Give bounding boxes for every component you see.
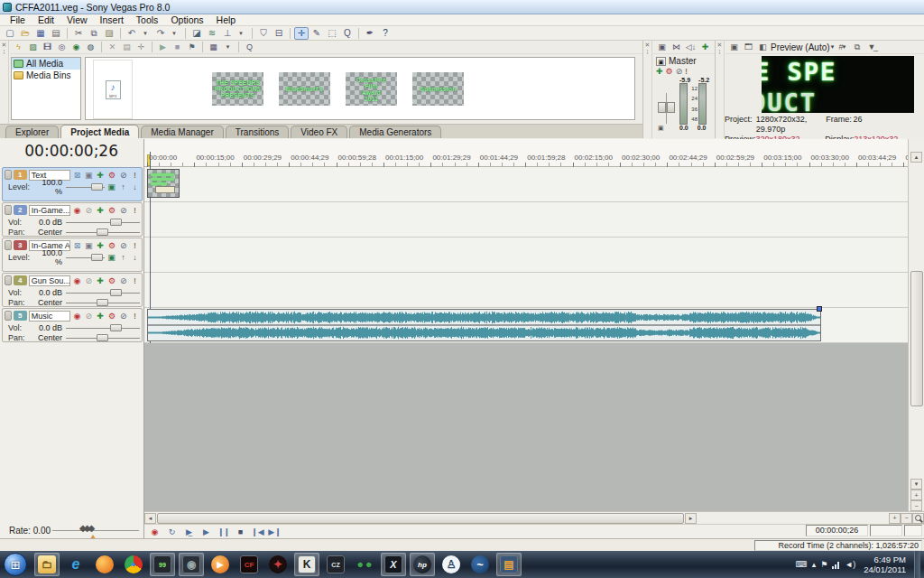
scroll-right-button[interactable]: ▸ (685, 513, 697, 524)
zoom-in-time-button[interactable]: + (889, 513, 901, 524)
vscroll-thumb[interactable] (910, 271, 923, 406)
track-vol-slider[interactable] (66, 289, 140, 296)
track-vol-slider[interactable] (66, 324, 140, 331)
tab-media-generators[interactable]: Media Generators (349, 126, 441, 138)
track-fx-icon[interactable]: ⚙ (107, 170, 117, 180)
timeline-row-gun-sou-[interactable] (144, 273, 908, 308)
solo-icon[interactable]: ! (130, 311, 140, 321)
panel-gripper[interactable]: ✕⁞ (716, 41, 725, 138)
fader-lock-icon[interactable]: ▣ (658, 125, 664, 132)
track-motion-icon[interactable]: ▣ (84, 170, 94, 180)
undo-icon[interactable]: ↶ (125, 27, 139, 40)
loop-playback-button[interactable]: ↻ (165, 526, 179, 537)
tab-transitions[interactable]: Transitions (226, 126, 290, 138)
stop-preview-icon[interactable]: ■ (171, 42, 184, 53)
go-to-start-button[interactable]: ❙◀ (251, 526, 264, 537)
clock[interactable]: 6:49 PM24/01/2011 (860, 555, 910, 574)
green-messenger-icon[interactable]: ☻☻ (352, 553, 377, 576)
network-icon[interactable] (832, 561, 840, 569)
compositing-child-icon[interactable]: ↓ (130, 182, 140, 191)
bus-properties-button[interactable]: ▣ (656, 57, 666, 66)
menu-view[interactable]: View (60, 14, 94, 25)
go-to-end-button[interactable]: ▶❙ (268, 526, 282, 537)
remove-media-icon[interactable]: ✕ (106, 42, 119, 53)
new-icon[interactable]: ▢ (3, 27, 17, 40)
red-game-icon[interactable]: ✦ (265, 553, 291, 576)
automation-icon[interactable]: ⊘ (84, 205, 94, 215)
firefox-icon[interactable] (92, 553, 117, 576)
cut-icon[interactable]: ✂ (71, 27, 86, 40)
media-item-audio[interactable]: ♪MP3 (93, 60, 133, 119)
track-gripper-icon[interactable] (5, 275, 12, 285)
auto-ripple-icon[interactable]: ≋ (205, 27, 219, 40)
action-center-icon[interactable]: ⚑ (820, 560, 827, 569)
record-arm-icon[interactable]: ◉ (72, 205, 82, 215)
track-name-field[interactable]: In-Game... (29, 205, 70, 216)
tab-video-fx[interactable]: Video FX (291, 126, 347, 138)
play-from-start-button[interactable]: ▶̲ (182, 526, 196, 537)
hscroll-thumb[interactable] (157, 513, 684, 524)
auto-preview-icon[interactable]: ϟ (12, 42, 25, 53)
redo-drop-icon[interactable]: ▼ (167, 27, 181, 40)
hp-icon[interactable]: hp (410, 553, 435, 576)
record-button[interactable]: ◉ (148, 526, 162, 537)
dim-output-icon[interactable]: ✚ (698, 42, 712, 53)
cursor-time-field[interactable]: 00:00:00;26 (806, 525, 868, 536)
bus-fx-icon[interactable]: ⚙ (666, 67, 673, 76)
scroll-left-button[interactable]: ◂ (144, 513, 156, 524)
track-vol-slider[interactable] (66, 219, 140, 226)
video-output-fx-icon[interactable]: 🗔 (742, 42, 755, 53)
recorder-monitor-icon[interactable]: ◉ (179, 553, 204, 576)
track-header-text[interactable]: 1Text⊠▣✚⚙⊘!Level:100.0 %▣↑↓ (2, 167, 143, 201)
solo-icon[interactable]: ! (685, 67, 688, 76)
track-pan-slider[interactable] (66, 299, 140, 306)
menu-options[interactable]: Options (164, 14, 209, 25)
scroll-down-button[interactable]: ▾ (910, 479, 922, 489)
menu-file[interactable]: File (4, 14, 32, 25)
condition-zero-icon[interactable]: CZ (323, 553, 348, 576)
capture-video-icon[interactable]: 🎞 (41, 42, 54, 53)
event-selection-handle[interactable] (817, 306, 822, 312)
external-monitor-icon[interactable]: ▣ (727, 42, 741, 53)
envelope-tool-icon[interactable]: ✎ (310, 27, 324, 40)
selection-start-field[interactable] (870, 525, 902, 536)
whats-this-help-icon[interactable]: ? (378, 27, 393, 40)
track-header-gun-sou-[interactable]: 4Gun Sou...◉⊘✚⚙⊘!Vol:0.0 dBPan:Center (2, 273, 143, 307)
windows-explorer-icon[interactable]: 🗀 (34, 553, 60, 576)
zoom-tool-button[interactable] (912, 513, 924, 524)
menu-tools[interactable]: Tools (130, 14, 165, 25)
openoffice-icon[interactable]: ~ (467, 553, 493, 576)
snapping-icon[interactable]: ⊥ (220, 27, 235, 40)
track-level-slider[interactable] (66, 254, 105, 261)
zoom-in-track-button[interactable]: + (910, 489, 922, 500)
tab-project-media[interactable]: Project Media (60, 125, 139, 138)
xfire-icon[interactable]: X (381, 553, 406, 576)
zoom-out-track-button[interactable]: − (910, 500, 922, 511)
track-header-in-game-a-[interactable]: 3In-Game A...⊠▣✚⚙⊘!Level:100.0 %▣↑↓ (2, 238, 143, 272)
volume-icon[interactable]: ◄) (845, 560, 855, 569)
ignore-grouping-icon[interactable]: ⊟ (272, 27, 286, 40)
insert-bus-icon[interactable]: ▣ (655, 42, 669, 53)
keyboard-layout-icon[interactable]: ⌨ (796, 560, 808, 569)
tree-item-media-bins[interactable]: Media Bins (12, 70, 80, 81)
track-gripper-icon[interactable] (5, 311, 12, 321)
mute-icon[interactable]: ⊘ (118, 311, 128, 321)
mute-icon[interactable]: ⊘ (118, 170, 128, 180)
insert-fx-icon[interactable]: ✚ (96, 170, 106, 180)
insert-fx-icon[interactable]: ✚ (656, 67, 663, 76)
automation-icon[interactable]: ⊘ (84, 275, 94, 285)
track-fx-icon[interactable]: ⚙ (107, 240, 117, 250)
zoom-out-time-button[interactable]: − (901, 513, 912, 524)
tab-media-manager[interactable]: Media Manager (141, 126, 223, 138)
search-icon[interactable]: Q (243, 42, 256, 53)
interactive-tutorials-icon[interactable]: ✒ (363, 27, 377, 40)
solo-icon[interactable]: ! (130, 205, 140, 215)
music-audio-event[interactable] (147, 309, 821, 341)
automation-icon[interactable]: ⊠ (72, 170, 82, 180)
pause-button[interactable]: ❙❙ (217, 526, 230, 537)
text-event[interactable] (147, 169, 180, 198)
split-screen-icon[interactable]: ◧ (756, 42, 770, 53)
windows-media-player-icon[interactable]: ▶ (208, 553, 233, 576)
internet-explorer-icon[interactable]: e (63, 553, 88, 576)
play-button[interactable]: ▶ (199, 526, 213, 537)
